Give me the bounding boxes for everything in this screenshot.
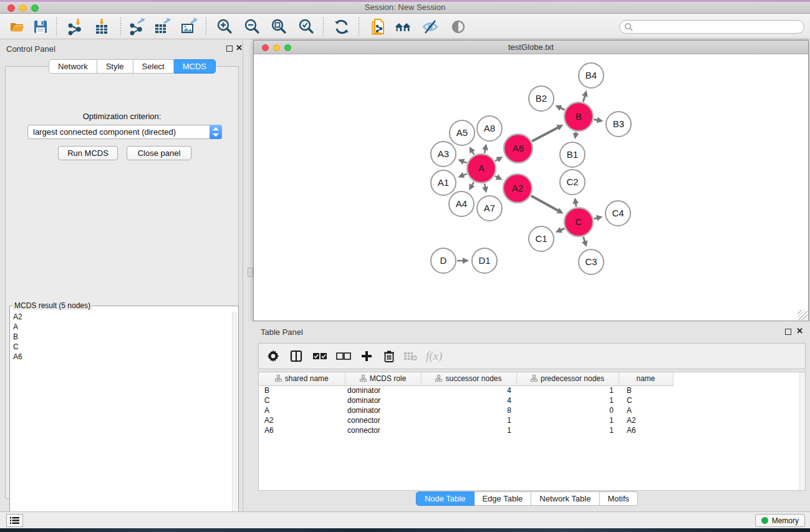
graph-edge-A-A3[interactable]: [463, 162, 467, 163]
memory-button[interactable]: Memory: [755, 514, 805, 527]
graph-edge-C-C3[interactable]: [584, 237, 585, 242]
network-canvas[interactable]: B4B2BB3A5A8A6A3AB1A1A2C2A4A7C4CC1DD1C3: [254, 54, 808, 321]
table-cell[interactable]: dominator: [345, 385, 421, 395]
table-cell[interactable]: 1: [516, 425, 619, 435]
main-titlebar[interactable]: Session: New Session: [0, 0, 810, 14]
first-neighbors-button[interactable]: [394, 18, 412, 36]
column-header-predecessor-nodes[interactable]: predecessor nodes: [516, 372, 619, 385]
table-scrollbar[interactable]: [799, 372, 805, 490]
table-cell[interactable]: A: [259, 405, 345, 415]
import-network-button[interactable]: [66, 18, 84, 36]
export-table-button[interactable]: [153, 18, 171, 36]
table-cell[interactable]: 1: [516, 415, 619, 425]
open-file-button[interactable]: [9, 18, 26, 36]
graph-edge-C-C4[interactable]: [594, 218, 597, 218]
column-header-name[interactable]: name: [619, 372, 673, 385]
graph-edge-A-A8[interactable]: [485, 149, 485, 153]
graph-edge-B-B1[interactable]: [576, 132, 577, 134]
table-cell[interactable]: A2: [259, 415, 345, 425]
graph-edge-B-B2[interactable]: [561, 108, 565, 110]
table-cell[interactable]: dominator: [345, 395, 421, 405]
table-settings-button[interactable]: [266, 347, 280, 365]
table-cell[interactable]: B: [619, 385, 673, 395]
tab-network[interactable]: Network: [49, 59, 97, 74]
table-cell[interactable]: A2: [619, 415, 673, 425]
table-cell[interactable]: 1: [421, 415, 516, 425]
close-panel-icon[interactable]: ✕: [236, 43, 243, 52]
float-panel-icon[interactable]: [226, 46, 233, 52]
zoom-selected-button[interactable]: [298, 18, 316, 36]
table-cell[interactable]: C: [619, 395, 673, 405]
export-image-button[interactable]: [180, 18, 198, 36]
list-item[interactable]: A2: [11, 312, 232, 322]
close-panel-button[interactable]: Close panel: [127, 146, 191, 160]
save-session-button[interactable]: [32, 18, 49, 36]
create-column-button[interactable]: [361, 347, 372, 365]
tab-motifs[interactable]: Motifs: [599, 491, 638, 506]
zoom-out-button[interactable]: [244, 18, 261, 36]
table-cell[interactable]: 1: [516, 395, 619, 405]
tab-edge-table[interactable]: Edge Table: [474, 491, 531, 506]
search-field[interactable]: [619, 20, 804, 34]
graph-edge-A-A5[interactable]: [472, 152, 474, 155]
graph-edge-A2-C[interactable]: [531, 196, 559, 211]
mcds-list-scrollbar[interactable]: [232, 312, 238, 524]
hide-selection-button[interactable]: [422, 18, 439, 36]
table-close-panel-icon[interactable]: ✕: [796, 326, 803, 336]
tab-style[interactable]: Style: [97, 59, 133, 74]
export-network-button[interactable]: [128, 18, 146, 36]
window-resize-grip[interactable]: [798, 310, 808, 320]
refresh-layout-button[interactable]: [333, 18, 350, 36]
table-cell[interactable]: A6: [259, 425, 345, 435]
table-row[interactable]: Bdominator41B: [259, 385, 673, 395]
list-item[interactable]: A: [11, 322, 232, 332]
search-input[interactable]: [634, 21, 804, 32]
network-window-titlebar[interactable]: testGlobe.txt: [254, 41, 808, 54]
zoom-in-button[interactable]: [216, 18, 234, 36]
table-cell[interactable]: 1: [421, 425, 516, 435]
table-float-panel-icon[interactable]: [785, 329, 791, 335]
table-row[interactable]: A6connector11A6: [259, 425, 673, 435]
criterion-dropdown[interactable]: largest connected component (directed): [27, 125, 222, 139]
delete-column-button[interactable]: [383, 347, 395, 365]
column-header-shared-name[interactable]: shared name: [259, 372, 345, 385]
tab-network-table[interactable]: Network Table: [531, 491, 599, 506]
import-table-button[interactable]: [94, 18, 111, 36]
mcds-result-list[interactable]: A2ABCA6: [11, 312, 232, 524]
graph-edge-C-C2[interactable]: [576, 203, 576, 207]
run-mcds-button[interactable]: Run MCDS: [58, 146, 118, 160]
table-cell[interactable]: 0: [516, 405, 619, 415]
tab-mcds[interactable]: MCDS: [174, 59, 216, 74]
table-row[interactable]: Adominator80A: [259, 405, 673, 415]
column-header-mcds-role[interactable]: MCDS role: [345, 372, 421, 385]
graph-edge-A-A4[interactable]: [472, 182, 474, 186]
table-cell[interactable]: 8: [421, 405, 516, 415]
column-header-successor-nodes[interactable]: successor nodes: [421, 372, 516, 385]
list-item[interactable]: B: [11, 332, 232, 342]
list-item[interactable]: A6: [11, 352, 232, 362]
table-row[interactable]: A2connector11A2: [259, 415, 673, 425]
show-columns-button[interactable]: [290, 347, 302, 365]
unselect-all-columns-button[interactable]: [336, 347, 351, 365]
table-cell[interactable]: A6: [619, 425, 673, 435]
table-cell[interactable]: 1: [516, 385, 619, 395]
zoom-fit-button[interactable]: [271, 18, 288, 36]
table-cell[interactable]: 4: [421, 385, 516, 395]
table-cell[interactable]: connector: [345, 425, 421, 435]
graph-edge-A-A2[interactable]: [495, 176, 498, 177]
graph-edge-A-A6[interactable]: [495, 160, 498, 162]
graph-edge-A6-B[interactable]: [532, 127, 558, 141]
table-cell[interactable]: connector: [345, 415, 421, 425]
graph-edge-C-C1[interactable]: [561, 228, 564, 230]
table-cell[interactable]: B: [259, 385, 345, 395]
list-item[interactable]: C: [11, 342, 232, 352]
tab-node-table[interactable]: Node Table: [416, 491, 475, 506]
show-all-button[interactable]: [450, 18, 467, 36]
graph-edge-A-A1[interactable]: [463, 174, 467, 175]
tab-select[interactable]: Select: [133, 59, 174, 74]
table-cell[interactable]: A: [619, 405, 673, 415]
vertical-splitter-handle[interactable]: [248, 268, 253, 277]
graph-edge-B-B3[interactable]: [594, 120, 598, 120]
graph-edge-B-B4[interactable]: [583, 96, 585, 102]
graph-edge-A-A7[interactable]: [485, 184, 485, 188]
